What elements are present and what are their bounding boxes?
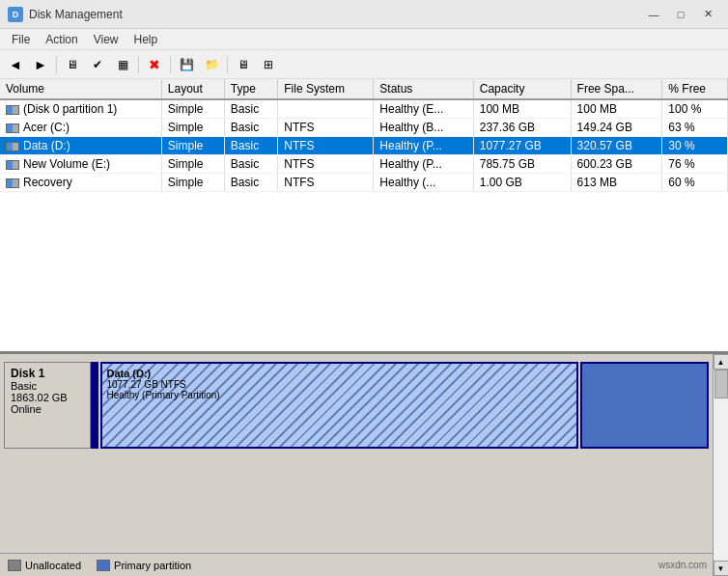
table-row[interactable]: RecoverySimpleBasicNTFSHealthy (...1.00 … [0, 174, 728, 192]
cell-3: Healthy (... [374, 174, 473, 192]
col-pctfree[interactable]: % Free [662, 79, 728, 99]
maximize-button[interactable]: □ [668, 5, 693, 24]
app-icon: D [8, 7, 23, 22]
close-button[interactable]: ✕ [695, 5, 720, 24]
main-content: Volume Layout Type File System Status Ca… [0, 79, 728, 576]
window-title: Disk Management [29, 8, 641, 21]
cell-4: 237.36 GB [473, 119, 571, 137]
data-partition[interactable]: Data (D:) 1077.27 GB NTFS Healthy (Prima… [100, 362, 578, 449]
menu-bar: File Action View Help [0, 29, 728, 50]
cell-5: 600.23 GB [571, 155, 662, 174]
cell-3: Healthy (E... [374, 99, 473, 119]
table-row[interactable]: Data (D:)SimpleBasicNTFSHealthy (P...107… [0, 137, 728, 155]
cell-6: 60 % [662, 174, 728, 192]
end-partition[interactable] [580, 362, 709, 449]
legend-unallocated-box [8, 560, 21, 571]
cell-2: NTFS [278, 119, 374, 137]
cell-0: Simple [161, 137, 224, 155]
cell-3: Healthy (P... [374, 137, 473, 155]
watermark: wsxdn.com [658, 560, 707, 570]
cell-6: 76 % [662, 155, 728, 174]
legend-unallocated-label: Unallocated [25, 560, 81, 571]
cell-6: 63 % [662, 119, 728, 137]
cell-4: 1.00 GB [473, 174, 571, 192]
cell-volume: Acer (C:) [0, 119, 161, 137]
col-layout[interactable]: Layout [161, 79, 224, 99]
legend-unallocated: Unallocated [8, 560, 81, 571]
toolbar-btn-1[interactable]: 🖥 [61, 54, 84, 75]
cell-4: 100 MB [473, 99, 571, 119]
cell-3: Healthy (B... [374, 119, 473, 137]
cell-5: 149.24 GB [571, 119, 662, 137]
title-bar: D Disk Management — □ ✕ [0, 0, 728, 29]
volume-icon [6, 105, 19, 115]
cell-3: Healthy (P... [374, 155, 473, 174]
cell-0: Simple [161, 174, 224, 192]
cell-volume: Recovery [0, 174, 161, 192]
col-freespace[interactable]: Free Spa... [571, 79, 662, 99]
menu-action[interactable]: Action [38, 31, 85, 48]
delete-button[interactable]: ✖ [143, 54, 166, 75]
partition-size: 1077.27 GB NTFS [106, 379, 573, 390]
forward-button[interactable]: ► [29, 54, 52, 75]
cell-volume: Data (D:) [0, 137, 161, 155]
cell-0: Simple [161, 99, 224, 119]
table-row[interactable]: Acer (C:)SimpleBasicNTFSHealthy (B...237… [0, 119, 728, 137]
cell-volume: (Disk 0 partition 1) [0, 99, 161, 119]
col-capacity[interactable]: Capacity [473, 79, 571, 99]
toolbar-btn-extra2[interactable]: ⊞ [257, 54, 280, 75]
legend-primary: Primary partition [97, 560, 191, 571]
cell-2: NTFS [278, 155, 374, 174]
open-button[interactable]: 📁 [200, 54, 223, 75]
window-controls: — □ ✕ [641, 5, 720, 24]
disk-name: Disk 1 [11, 367, 84, 380]
menu-file[interactable]: File [4, 31, 38, 48]
cell-2: NTFS [278, 137, 374, 155]
scroll-down[interactable]: ▼ [714, 561, 729, 576]
cell-1: Basic [224, 99, 277, 119]
col-filesystem[interactable]: File System [278, 79, 374, 99]
menu-view[interactable]: View [86, 31, 126, 48]
col-volume[interactable]: Volume [0, 79, 161, 99]
table-row[interactable]: New Volume (E:)SimpleBasicNTFSHealthy (P… [0, 155, 728, 174]
cell-5: 613 MB [571, 174, 662, 192]
toolbar-btn-3[interactable]: ▦ [111, 54, 134, 75]
partition-status: Healthy (Primary Partition) [106, 390, 573, 400]
cell-0: Simple [161, 155, 224, 174]
volume-table: Volume Layout Type File System Status Ca… [0, 79, 728, 192]
partition-name: Data (D:) [106, 368, 573, 379]
legend-bar: Unallocated Primary partition [0, 553, 728, 576]
col-status[interactable]: Status [374, 79, 473, 99]
save-button[interactable]: 💾 [175, 54, 198, 75]
col-type[interactable]: Type [224, 79, 277, 99]
cell-6: 100 % [662, 99, 728, 119]
cell-6: 30 % [662, 137, 728, 155]
disk-type: Basic [11, 380, 84, 392]
cell-1: Basic [224, 155, 277, 174]
scroll-track[interactable] [714, 370, 728, 561]
table-row[interactable]: (Disk 0 partition 1)SimpleBasicHealthy (… [0, 99, 728, 119]
cell-4: 785.75 GB [473, 155, 571, 174]
legend-primary-label: Primary partition [114, 560, 191, 571]
cell-0: Simple [161, 119, 224, 137]
disk-status: Online [11, 403, 84, 415]
disk-label: Disk 1 Basic 1863.02 GB Online [4, 362, 91, 449]
disk-row: Disk 1 Basic 1863.02 GB Online Data (D:)… [4, 362, 709, 449]
minimize-button[interactable]: — [641, 5, 666, 24]
disk-partitions: Data (D:) 1077.27 GB NTFS Healthy (Prima… [91, 362, 709, 449]
menu-help[interactable]: Help [126, 31, 166, 48]
scrollbar[interactable]: ▲ ▼ [713, 354, 728, 576]
legend-primary-box [97, 560, 110, 571]
scroll-up[interactable]: ▲ [714, 354, 729, 370]
toolbar-btn-extra[interactable]: 🖥 [232, 54, 255, 75]
toolbar-btn-2[interactable]: ✔ [86, 54, 109, 75]
system-partition[interactable] [91, 362, 98, 449]
disk-size: 1863.02 GB [11, 392, 84, 403]
lower-panel: Disk 1 Basic 1863.02 GB Online Data (D:)… [0, 354, 728, 576]
cell-2: NTFS [278, 174, 374, 192]
upper-panel: Volume Layout Type File System Status Ca… [0, 79, 728, 354]
scroll-thumb[interactable] [714, 370, 728, 398]
volume-icon [6, 178, 19, 188]
toolbar: ◄ ► 🖥 ✔ ▦ ✖ 💾 📁 🖥 ⊞ [0, 50, 728, 79]
back-button[interactable]: ◄ [4, 54, 27, 75]
